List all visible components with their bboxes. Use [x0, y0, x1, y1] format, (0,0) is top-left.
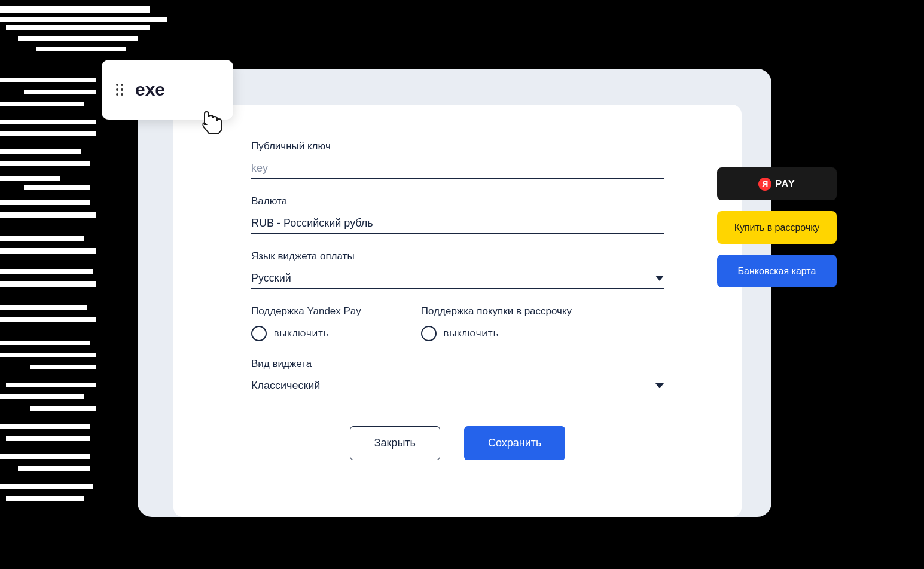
widget-language-label: Язык виджета оплаты	[251, 250, 664, 262]
installment-toggle[interactable]: выключить	[421, 326, 572, 341]
save-button[interactable]: Сохранить	[464, 426, 565, 460]
yandex-pay-toggle-group: Поддержка Yandex Pay выключить	[251, 305, 361, 341]
bank-card-button[interactable]: Банковская карта	[717, 255, 837, 287]
chevron-down-icon	[655, 276, 664, 281]
yandex-pay-button[interactable]: Я PAY	[717, 167, 837, 200]
hand-cursor-icon	[197, 108, 227, 137]
yandex-logo-icon: Я	[758, 178, 771, 191]
widget-language-select[interactable]: Русский	[251, 268, 664, 289]
exe-label: exe	[135, 79, 165, 100]
widget-language-field-group: Язык виджета оплаты Русский	[251, 250, 664, 289]
installment-button[interactable]: Купить в рассрочку	[717, 211, 837, 244]
settings-form-panel: Публичный ключ Валюта RUB - Российский р…	[173, 105, 742, 517]
yandex-pay-status: выключить	[274, 329, 329, 338]
yandex-pay-toggle[interactable]: выключить	[251, 326, 361, 341]
currency-value[interactable]: RUB - Российский рубль	[251, 213, 664, 234]
currency-field-group: Валюта RUB - Российский рубль	[251, 195, 664, 234]
widget-type-select[interactable]: Классический	[251, 376, 664, 396]
widget-type-field-group: Вид виджета Классический	[251, 358, 664, 396]
installment-toggle-group: Поддержка покупки в рассрочку выключить	[421, 305, 572, 341]
public-key-label: Публичный ключ	[251, 140, 664, 152]
widget-language-value: Русский	[251, 272, 291, 284]
installment-label: Поддержка покупки в рассрочку	[421, 305, 572, 317]
widget-type-label: Вид виджета	[251, 358, 664, 370]
close-button[interactable]: Закрыть	[350, 426, 440, 460]
yandex-pay-label: Поддержка Yandex Pay	[251, 305, 361, 317]
radio-icon	[421, 326, 437, 341]
currency-label: Валюта	[251, 195, 664, 207]
drag-handle-icon	[116, 84, 123, 96]
widget-type-value: Классический	[251, 380, 320, 392]
public-key-field-group: Публичный ключ	[251, 140, 664, 179]
radio-icon	[251, 326, 267, 341]
pay-text: PAY	[775, 179, 795, 189]
payment-method-buttons: Я PAY Купить в рассрочку Банковская карт…	[717, 167, 837, 287]
public-key-input[interactable]	[251, 158, 664, 179]
installment-status: выключить	[444, 329, 499, 338]
chevron-down-icon	[655, 383, 664, 388]
